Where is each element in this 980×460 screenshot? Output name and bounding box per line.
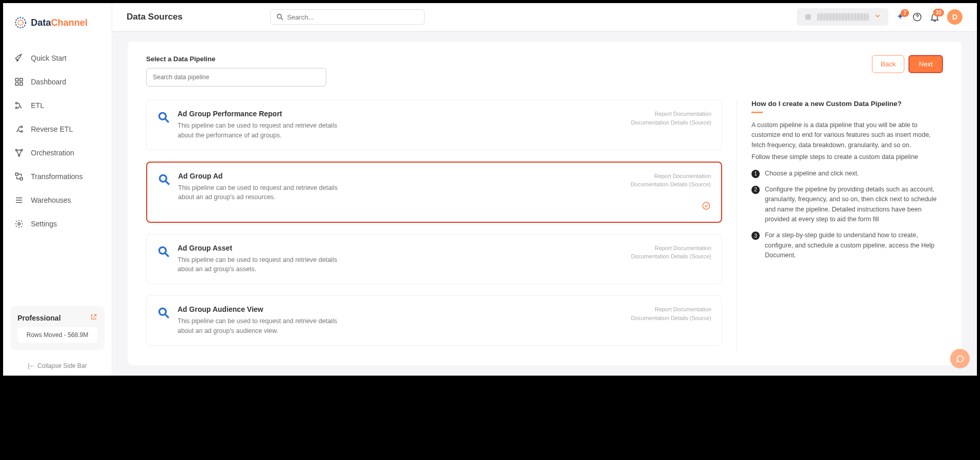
plan-box: Professional Rows Moved - 568.9M xyxy=(10,306,104,350)
pipeline-title: Ad Group Audience View xyxy=(178,305,624,313)
svg-line-26 xyxy=(166,181,169,185)
magnifier-icon xyxy=(157,306,170,320)
etl-icon xyxy=(14,101,24,110)
rocket-icon xyxy=(14,54,24,63)
sidebar-item-warehouses[interactable]: Warehouses xyxy=(3,188,112,212)
magnifier-icon xyxy=(157,111,170,124)
doc-links[interactable]: Report DocumentationDocumentation Detail… xyxy=(631,110,711,127)
pipeline-desc: This pipeline can be used to request and… xyxy=(178,121,342,140)
svg-point-28 xyxy=(159,247,166,254)
sidebar-item-etl[interactable]: ETL xyxy=(3,94,112,117)
svg-point-11 xyxy=(21,149,23,151)
svg-rect-3 xyxy=(20,78,23,81)
svg-line-29 xyxy=(165,253,169,257)
svg-line-20 xyxy=(281,18,283,20)
sidebar-item-transformations[interactable]: Transformations xyxy=(3,165,112,188)
account-name-redacted xyxy=(817,13,869,21)
sidebar-label: Quick Start xyxy=(31,54,66,62)
pipeline-search-input[interactable] xyxy=(146,68,326,86)
svg-point-23 xyxy=(159,113,166,119)
flow-icon xyxy=(14,148,24,157)
panel: Select a Data Pipeline Back Next Ad Grou… xyxy=(128,42,961,365)
svg-rect-2 xyxy=(15,78,18,81)
pipeline-title: Ad Group Asset xyxy=(178,244,624,252)
next-button[interactable]: Next xyxy=(908,55,943,73)
svg-point-19 xyxy=(277,14,281,19)
doc-links[interactable]: Report DocumentationDocumentation Detail… xyxy=(631,305,711,322)
sidebar-item-settings[interactable]: Settings xyxy=(3,212,112,236)
sidebar-label: Warehouses xyxy=(31,196,71,204)
sidebar-item-orchestration[interactable]: Orchestration xyxy=(3,141,112,165)
gear-icon xyxy=(14,219,24,228)
help-intro2: Follow these simple steps to create a cu… xyxy=(751,152,943,162)
nav: Quick Start Dashboard ETL Reverse ETL Or… xyxy=(3,42,112,300)
sidebar-label: Reverse ETL xyxy=(31,125,73,133)
plan-name: Professional xyxy=(18,314,61,322)
sidebar: DataChannel Quick Start Dashboard ETL Re… xyxy=(3,3,112,376)
page-title: Data Sources xyxy=(127,12,183,22)
avatar[interactable]: D xyxy=(947,9,962,25)
doc-links[interactable]: Report DocumentationDocumentation Detail… xyxy=(631,244,711,261)
pipeline-card[interactable]: Ad Group Performance ReportThis pipeline… xyxy=(146,100,722,150)
bell-badge: 33 xyxy=(933,9,944,16)
step-text: Choose a pipeline and click next. xyxy=(765,169,859,179)
help-button[interactable] xyxy=(912,12,922,22)
sidebar-label: Orchestration xyxy=(31,149,74,157)
rows-moved: Rows Moved - 568.9M xyxy=(18,327,97,343)
svg-point-18 xyxy=(18,223,21,225)
help-step: 1Choose a pipeline and click next. xyxy=(751,169,943,179)
warehouse-icon xyxy=(14,196,24,205)
svg-point-27 xyxy=(703,202,710,209)
pipeline-title: Ad Group Ad xyxy=(178,172,623,180)
step-text: Configure the pipeline by providing deta… xyxy=(765,185,943,225)
transform-icon xyxy=(14,172,24,181)
doc-links[interactable]: Report DocumentationDocumentation Detail… xyxy=(631,172,711,189)
help-title: How do I create a new Custom Data Pipeli… xyxy=(751,100,943,108)
svg-point-10 xyxy=(15,149,17,151)
sidebar-item-quickstart[interactable]: Quick Start xyxy=(3,46,112,70)
global-search-input[interactable] xyxy=(287,13,419,21)
logo-text: DataChannel xyxy=(31,17,87,28)
sidebar-label: Dashboard xyxy=(31,78,66,86)
pipeline-card[interactable]: Ad Group Audience ViewThis pipeline can … xyxy=(146,295,722,346)
svg-rect-4 xyxy=(15,83,18,85)
help-underline xyxy=(751,112,763,113)
help-panel: How do I create a new Custom Data Pipeli… xyxy=(737,100,943,352)
selected-check-icon xyxy=(631,201,711,213)
main: Data Sources 7 33 D xyxy=(112,3,977,376)
sidebar-item-dashboard[interactable]: Dashboard xyxy=(3,70,112,94)
svg-point-1 xyxy=(18,20,23,25)
back-button[interactable]: Back xyxy=(872,55,904,73)
account-dropdown[interactable] xyxy=(797,8,888,26)
sidebar-label: ETL xyxy=(31,101,44,110)
reverse-etl-icon xyxy=(14,125,24,134)
sparkle-button[interactable]: 7 xyxy=(896,12,905,22)
sidebar-label: Transformations xyxy=(31,172,83,181)
help-intro1: A custom pipeline is a data pipeline tha… xyxy=(751,120,943,150)
chat-fab[interactable] xyxy=(950,349,970,368)
magnifier-icon xyxy=(157,173,171,186)
external-icon[interactable] xyxy=(90,313,97,322)
logo[interactable]: DataChannel xyxy=(3,3,112,42)
sidebar-item-reverse-etl[interactable]: Reverse ETL xyxy=(3,117,112,141)
notifications-button[interactable]: 33 xyxy=(930,12,940,22)
svg-point-7 xyxy=(15,107,17,109)
svg-rect-13 xyxy=(15,173,18,175)
step-list: 1Choose a pipeline and click next.2Confi… xyxy=(751,169,943,261)
svg-point-9 xyxy=(21,131,23,132)
sparkle-badge: 7 xyxy=(901,9,909,17)
pipeline-list[interactable]: Ad Group Performance ReportThis pipeline… xyxy=(146,100,737,352)
svg-point-12 xyxy=(19,155,20,156)
pipeline-card[interactable]: Ad Group AssetThis pipeline can be used … xyxy=(146,234,722,285)
pipeline-desc: This pipeline can be used to request and… xyxy=(178,183,343,203)
svg-line-31 xyxy=(165,314,169,318)
step-number: 1 xyxy=(751,170,760,178)
pipeline-card[interactable]: Ad Group AdThis pipeline can be used to … xyxy=(146,162,722,223)
svg-point-30 xyxy=(159,308,166,315)
svg-point-6 xyxy=(15,102,17,104)
step-number: 3 xyxy=(751,232,760,240)
topbar: Data Sources 7 33 D xyxy=(112,3,977,31)
svg-point-8 xyxy=(21,126,23,128)
collapse-sidebar[interactable]: |← Collapse Side Bar xyxy=(3,356,112,376)
global-search[interactable] xyxy=(270,9,425,25)
